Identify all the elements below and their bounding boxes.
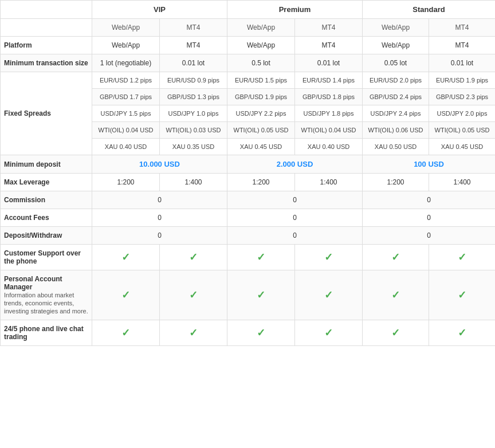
min-deposit-row: Minimum deposit 10.000 USD 2.000 USD 100… [1,155,496,174]
checkmark-icon: ✓ [257,251,265,263]
spread3-standard-mt4: USD/JPY 2.0 pips [429,105,495,122]
checkmark-icon: ✓ [121,251,130,263]
subheader-standard-mt4: MT4 [429,19,495,37]
spread3-standard-webapp: USD/JPY 2.4 pips [363,105,429,122]
live-chat-bold-text: live chat [56,325,84,333]
personal-account-premium-webapp-check: ✓ [227,270,295,320]
subheader-premium-mt4: MT4 [295,19,363,37]
spread4-vip-mt4: WTI(OIL) 0.03 USD [160,122,227,139]
platform-standard-mt4: MT4 [429,37,495,54]
checkmark-icon: ✓ [391,327,400,339]
spread2-standard-mt4: GBP/USD 2.3 pips [429,89,495,105]
min-transaction-vip-mt4: 0.01 lot [160,54,227,72]
personal-account-title: Personal Account Manager [4,275,88,291]
platform-row: Platform Web/App MT4 Web/App MT4 Web/App… [1,37,496,54]
checkmark-icon: ✓ [391,251,400,263]
deposit-withdraw-vip: 0 [92,227,227,245]
max-leverage-label: Max Leverage [1,174,92,191]
live-chat-premium-webapp-check: ✓ [227,320,295,346]
checkmark-icon: ✓ [257,327,265,339]
spread-row-1: Fixed Spreads EUR/USD 1.2 pips EUR/USD 0… [1,72,496,89]
customer-support-vip-mt4-check: ✓ [160,245,227,270]
subheader-premium-webapp: Web/App [227,19,295,37]
spread1-premium-webapp: EUR/USD 1.5 pips [227,72,295,89]
platform-premium-webapp: Web/App [227,37,295,54]
checkmark-icon: ✓ [121,327,130,339]
min-deposit-vip: 10.000 USD [92,155,227,174]
spread1-vip-webapp: EUR/USD 1.2 pips [92,72,160,89]
personal-account-row: Personal Account Manager Information abo… [1,270,496,320]
max-leverage-standard-webapp: 1:200 [363,174,429,191]
checkmark-icon: ✓ [324,289,333,301]
account-fees-row: Account Fees 0 0 0 [1,209,496,227]
max-leverage-premium-webapp: 1:200 [227,174,295,191]
checkmark-icon: ✓ [189,327,198,339]
spread5-standard-mt4: XAU 0.45 USD [429,139,495,155]
header-premium: Premium [227,1,363,19]
comparison-table-container: VIP Premium Standard Web/App MT4 Web/App… [0,0,495,346]
customer-support-standard-mt4-check: ✓ [429,245,495,270]
live-chat-standard-webapp-check: ✓ [363,320,429,346]
commission-label: Commission [1,191,92,209]
personal-account-vip-mt4-check: ✓ [160,270,227,320]
personal-account-standard-webapp-check: ✓ [363,270,429,320]
live-chat-suffix: trading [4,333,28,341]
min-transaction-standard-mt4: 0.01 lot [429,54,495,72]
spread1-standard-mt4: EUR/USD 1.9 pips [429,72,495,89]
commission-row: Commission 0 0 0 [1,191,496,209]
live-chat-prefix: 24/5 phone and [4,325,56,333]
checkmark-icon: ✓ [257,289,265,301]
live-chat-label: 24/5 phone and live chat trading [1,320,92,346]
live-chat-vip-webapp-check: ✓ [92,320,160,346]
header-vip: VIP [92,1,227,19]
checkmark-icon: ✓ [458,251,466,263]
checkmark-icon: ✓ [324,327,333,339]
spread3-premium-mt4: USD/JPY 1.8 pips [295,105,363,122]
deposit-withdraw-label: Deposit/Withdraw [1,227,92,245]
personal-account-sublabel: Information about market trends, economi… [4,292,88,315]
checkmark-icon: ✓ [189,289,198,301]
spread2-premium-webapp: GBP/USD 1.9 pips [227,89,295,105]
spread2-vip-mt4: GBP/USD 1.3 pips [160,89,227,105]
spread3-vip-webapp: USD/JPY 1.5 pips [92,105,160,122]
spread1-vip-mt4: EUR/USD 0.9 pips [160,72,227,89]
max-leverage-premium-mt4: 1:400 [295,174,363,191]
spread5-vip-mt4: XAU 0.35 USD [160,139,227,155]
customer-support-label: Customer Support over the phone [1,245,92,270]
live-chat-standard-mt4-check: ✓ [429,320,495,346]
spread2-vip-webapp: GBP/USD 1.7 pips [92,89,160,105]
min-transaction-premium-webapp: 0.5 lot [227,54,295,72]
spread4-standard-mt4: WTI(OIL) 0.05 USD [429,122,495,139]
max-leverage-vip-mt4: 1:400 [160,174,227,191]
min-deposit-premium: 2.000 USD [227,155,363,174]
spread5-premium-webapp: XAU 0.45 USD [227,139,295,155]
checkmark-icon: ✓ [189,251,198,263]
max-leverage-standard-mt4: 1:400 [429,174,495,191]
min-transaction-standard-webapp: 0.05 lot [363,54,429,72]
checkmark-icon: ✓ [391,289,400,301]
max-leverage-row: Max Leverage 1:200 1:400 1:200 1:400 1:2… [1,174,496,191]
min-transaction-label: Minimum transaction size [1,54,92,72]
platform-vip-mt4: MT4 [160,37,227,54]
spread4-premium-webapp: WTI(OIL) 0.05 USD [227,122,295,139]
spread2-standard-webapp: GBP/USD 2.4 pips [363,89,429,105]
account-fees-label: Account Fees [1,209,92,227]
min-deposit-label: Minimum deposit [1,155,92,174]
min-deposit-standard: 100 USD [363,155,495,174]
header-empty [1,1,92,19]
spread5-premium-mt4: XAU 0.40 USD [295,139,363,155]
spread2-premium-mt4: GBP/USD 1.8 pips [295,89,363,105]
spread1-premium-mt4: EUR/USD 1.4 pips [295,72,363,89]
deposit-withdraw-standard: 0 [363,227,495,245]
header-standard: Standard [363,1,495,19]
personal-account-standard-mt4-check: ✓ [429,270,495,320]
personal-account-label: Personal Account Manager Information abo… [1,270,92,320]
min-transaction-row: Minimum transaction size 1 lot (negotiab… [1,54,496,72]
customer-support-premium-webapp-check: ✓ [227,245,295,270]
spread5-vip-webapp: XAU 0.40 USD [92,139,160,155]
account-fees-vip: 0 [92,209,227,227]
deposit-withdraw-row: Deposit/Withdraw 0 0 0 [1,227,496,245]
live-chat-vip-mt4-check: ✓ [160,320,227,346]
fixed-spreads-label: Fixed Spreads [1,72,92,155]
checkmark-icon: ✓ [458,327,466,339]
